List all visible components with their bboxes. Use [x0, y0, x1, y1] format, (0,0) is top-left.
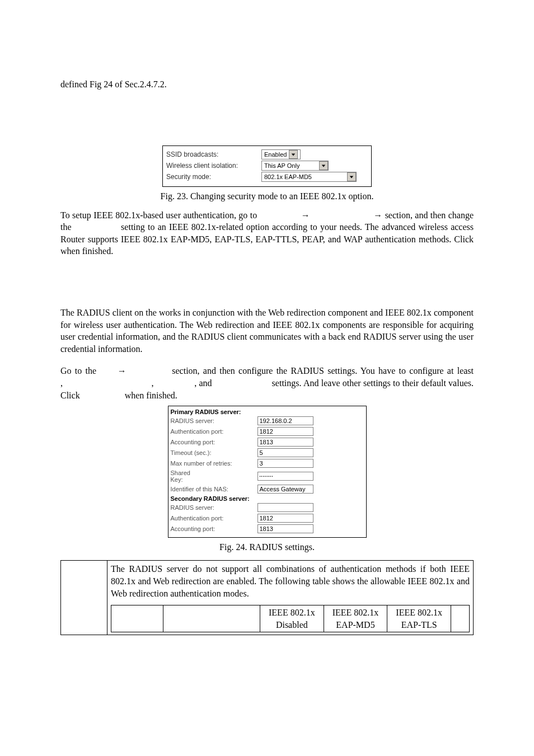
note-content-cell: The RADIUS server do not support all com…	[107, 561, 474, 635]
auth-modes-table: IEEE 802.1x Disabled IEEE 802.1x EAP-MD5…	[111, 605, 470, 632]
security-mode-select[interactable]: 802.1x EAP-MD5	[261, 172, 357, 182]
auth-port-input[interactable]: 1812	[257, 427, 313, 436]
modes-col-2-line1: IEEE 802.1x	[332, 608, 379, 617]
modes-col-1-line1: IEEE 802.1x	[269, 608, 315, 617]
intro-line: defined Fig 24 of Sec.2.4.7.2.	[60, 78, 474, 91]
modes-col-3: IEEE 802.1x EAP-TLS	[387, 605, 451, 632]
acct-port-input[interactable]: 1813	[257, 438, 313, 447]
radius-server-label: RADIUS server:	[171, 417, 257, 424]
security-mode-value: 802.1x EAP-MD5	[262, 173, 347, 180]
figure-24-caption: Fig. 24. RADIUS settings.	[60, 542, 474, 552]
note-text: The RADIUS server do not support all com…	[111, 564, 470, 598]
figure-24: Primary RADIUS server: RADIUS server: 19…	[168, 406, 367, 538]
ssid-broadcasts-select[interactable]: Enabled	[261, 149, 301, 159]
paragraph-3: Go to the → section, and then configure …	[60, 365, 474, 401]
svg-marker-1	[322, 165, 325, 167]
shared-key-input[interactable]: ••••••••	[257, 472, 313, 481]
figure-23-caption: Fig. 23. Changing security mode to an IE…	[60, 191, 474, 201]
max-retries-input[interactable]: 3	[257, 459, 313, 468]
modes-col-3-line1: IEEE 802.1x	[396, 608, 442, 617]
svg-marker-2	[350, 176, 353, 178]
shared-key-label: Shared Key:	[171, 469, 204, 483]
modes-col-2-line2: EAP-MD5	[336, 620, 374, 630]
security-mode-label: Security mode:	[166, 173, 261, 181]
sec-radius-server-label: RADIUS server:	[171, 504, 257, 511]
ssid-broadcasts-value: Enabled	[262, 151, 289, 158]
figure-23: SSID broadcasts: Enabled Wireless client…	[162, 145, 372, 187]
wireless-client-isolation-select[interactable]: This AP Only	[261, 161, 329, 171]
nas-id-input[interactable]: Access Gateway	[257, 485, 313, 494]
acct-port-label: Accounting port:	[171, 439, 257, 445]
modes-col-3-line2: EAP-TLS	[401, 620, 437, 630]
modes-col-1: IEEE 802.1x Disabled	[260, 605, 324, 632]
svg-marker-0	[292, 153, 295, 156]
note-block: The RADIUS server do not support all com…	[60, 560, 474, 635]
sec-auth-port-input[interactable]: 1812	[257, 514, 313, 523]
radius-server-input[interactable]: 192.168.0.2	[257, 416, 313, 425]
modes-blank-3	[451, 605, 470, 632]
note-left-cell	[61, 561, 107, 635]
ssid-broadcasts-label: SSID broadcasts:	[166, 151, 261, 158]
nas-id-label: Identifier of this NAS:	[171, 486, 257, 492]
modes-blank-1	[111, 605, 163, 632]
modes-col-1-line2: Disabled	[276, 620, 308, 630]
wireless-client-isolation-value: This AP Only	[262, 162, 319, 169]
modes-col-2: IEEE 802.1x EAP-MD5	[324, 605, 387, 632]
wireless-client-isolation-label: Wireless client isolation:	[166, 162, 261, 170]
modes-blank-2	[163, 605, 260, 632]
timeout-label: Timeout (sec.):	[171, 449, 257, 456]
paragraph-2: The RADIUS client on the works in conjun…	[60, 307, 474, 355]
sec-acct-port-label: Accounting port:	[171, 525, 257, 532]
sec-auth-port-label: Authentication port:	[171, 515, 257, 522]
dropdown-arrow-icon	[347, 172, 356, 181]
sec-radius-server-input[interactable]	[257, 503, 313, 512]
auth-port-label: Authentication port:	[171, 428, 257, 435]
sec-acct-port-input[interactable]: 1813	[257, 524, 313, 533]
paragraph-1: To setup IEEE 802.1x-based user authenti…	[60, 209, 474, 257]
secondary-radius-head: Secondary RADIUS server:	[171, 495, 364, 502]
dropdown-arrow-icon	[289, 150, 298, 159]
timeout-input[interactable]: 5	[257, 448, 313, 457]
primary-radius-head: Primary RADIUS server:	[171, 408, 364, 415]
dropdown-arrow-icon	[319, 161, 328, 170]
max-retries-label: Max number of retries:	[171, 460, 257, 467]
